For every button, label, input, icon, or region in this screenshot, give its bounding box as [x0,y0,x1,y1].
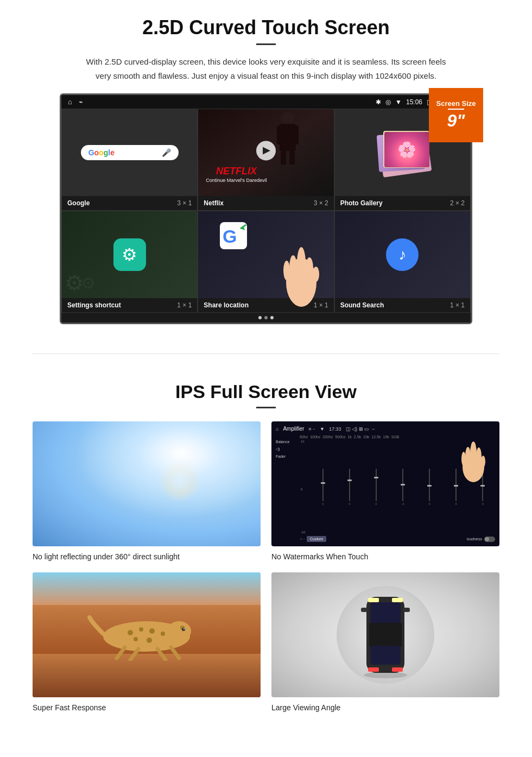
cheetah-body [87,607,206,663]
svg-rect-46 [392,667,403,672]
play-triangle-icon [263,147,270,154]
loudness-label: loudness [467,537,482,541]
hand-svg [277,239,326,310]
svg-line-34 [171,647,179,658]
svg-point-27 [134,637,138,641]
sound-app-name: Sound Search [340,301,384,309]
gmaps-svg: G [220,222,247,249]
cheetah-image [33,572,261,697]
svg-rect-42 [403,608,410,612]
netflix-logo: NETFLIX Continue Marvel's Daredevil [206,166,267,183]
loudness-row: loudness [467,537,495,542]
svg-rect-40 [370,646,401,665]
cheetah-svg [87,607,206,661]
app-cell-settings[interactable]: ⚙ ⚙ ⚙ Settings shortcut 1 × 1 [61,211,198,313]
badge-title: Screen Size [436,99,476,108]
settings-label-row: Settings shortcut 1 × 1 [62,298,197,312]
gallery-app-size: 2 × 2 [450,199,465,207]
car-platform [337,586,434,684]
app-cell-share[interactable]: G [198,211,334,313]
svg-point-29 [167,621,191,641]
amp-labels: Balance ◁) Fader [276,440,299,534]
svg-rect-3 [293,125,299,144]
svg-point-24 [139,627,143,632]
section-divider [33,354,499,354]
balance-label: Balance [276,440,299,444]
page-dot-1 [258,316,262,319]
netflix-label-row: Netflix 3 × 2 [198,196,333,210]
loudness-toggle[interactable] [484,537,495,542]
sunlight-image [33,421,261,546]
status-time: 15:06 [406,98,422,106]
svg-rect-45 [368,667,379,672]
slider-val-6: 0 [455,502,457,506]
hand-pointing [277,239,326,312]
svg-rect-4 [281,151,286,165]
amp-title: Amplifier [283,426,304,432]
share-app-name: Share location [204,301,249,309]
slider-track-1 [322,469,324,501]
slider-thumb-3 [374,477,378,478]
slider-val-2: 4 [349,502,350,506]
slider-1: 3 [311,469,335,506]
toggle-dot [485,537,489,541]
amp-footer-left: ←· Custom [300,536,326,542]
netflix-cell-inner: NETFLIX Continue Marvel's Daredevil [198,109,333,196]
amp-home-icon: ⌂ [276,426,278,432]
svg-point-13 [283,261,290,280]
volume-label-sm: ◁) [276,447,299,451]
features-grid: No light reflecting under 360° direct su… [33,421,499,712]
svg-line-31 [117,647,125,658]
app-cell-netflix[interactable]: NETFLIX Continue Marvel's Daredevil Netf… [198,109,334,211]
custom-btn[interactable]: Custom [307,536,326,542]
feature-response: Super Fast Response [33,572,261,712]
feature-sunlight: No light reflecting under 360° direct su… [33,421,261,562]
svg-point-19 [461,452,466,466]
sky-background [33,421,261,546]
slider-4: -3 [390,469,415,506]
car-background [271,572,499,697]
slider-track-5 [429,469,430,501]
slider-val-7: 0 [482,502,484,506]
svg-point-23 [128,630,133,635]
svg-point-14 [306,257,313,279]
gallery-app-name: Photo Gallery [340,199,383,207]
title-underline [256,43,276,45]
app-cell-google[interactable]: Google 🎤 Google 3 × 1 [61,109,198,211]
amp-controls: Balance ◁) Fader 10 0 -10 [276,440,495,534]
touch-hand-amp [457,434,490,485]
svg-point-18 [465,447,471,465]
svg-point-25 [149,628,155,634]
slider-thumb-2 [347,480,352,481]
status-left: ⌂ ⌁ [68,98,83,106]
netflix-play-btn[interactable] [256,141,276,160]
watermark-label: No Watermarks When Touch [271,552,368,561]
app-cell-sound[interactable]: ♪ Sound Search 1 × 1 [334,211,471,313]
google-label-row: Google 3 × 1 [62,196,197,210]
amp-menu-icon: ≡ ·· [308,426,315,432]
page-dot-2 [264,316,268,319]
svg-point-0 [281,112,294,125]
google-cell-inner: Google 🎤 [62,109,197,196]
svg-rect-38 [370,602,401,624]
svg-point-17 [470,441,477,465]
settings-app-name: Settings shortcut [67,301,121,309]
svg-rect-2 [277,125,282,144]
google-search-bar[interactable]: Google 🎤 [81,145,179,160]
section2-underline [256,407,276,408]
fader-label: Fader [276,455,299,458]
amp-back-btn: ←· [300,537,305,541]
car-shadow [364,672,407,678]
gallery-label-row: Photo Gallery 2 × 2 [335,196,470,210]
device-mockup: Screen Size 9" ⌂ ⌁ ✱ ◎ ▼ 15:06 ◫ ◁) ⊠ [60,93,472,324]
amp-footer: ←· Custom loudness [276,536,495,542]
section1-title: 2.5D Curved Touch Screen [33,16,499,39]
svg-point-36 [183,628,185,629]
svg-rect-44 [392,598,403,602]
section2-title: IPS Full Screen View [33,381,499,402]
netflix-app-name: Netflix [204,199,224,207]
gallery-photos: 🌸 [370,120,435,185]
daredevil-figure-svg [274,112,301,166]
status-bar: ⌂ ⌁ ✱ ◎ ▼ 15:06 ◫ ◁) ⊠ ▭ [61,95,471,109]
cheetah-background [33,572,261,697]
